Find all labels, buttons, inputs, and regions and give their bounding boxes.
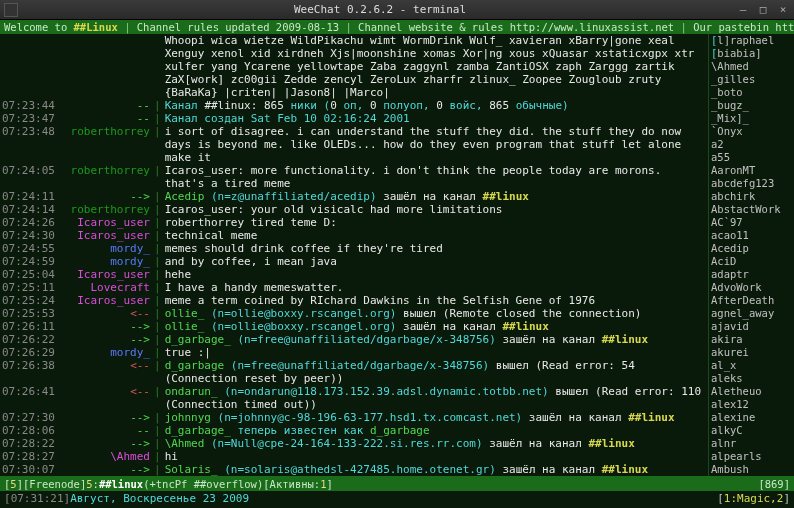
- nicklist-item[interactable]: Ambush: [711, 463, 792, 476]
- timestamp: 07:26:38: [2, 359, 62, 385]
- timestamp: 07:25:53: [2, 307, 62, 320]
- nicklist-item[interactable]: akira: [711, 333, 792, 346]
- timestamp: 07:23:44: [2, 99, 62, 112]
- nicklist-item[interactable]: _bugz_: [711, 99, 792, 112]
- nick: -->: [62, 320, 154, 333]
- nicklist[interactable]: [l]raphael[biabia] \Ahmed _gilles _boto …: [708, 34, 794, 476]
- nicklist-item[interactable]: \Ahmed: [711, 60, 792, 73]
- nicklist-item[interactable]: AdvoWork: [711, 281, 792, 294]
- nicklist-item[interactable]: _boto: [711, 86, 792, 99]
- nicklist-item[interactable]: ajavid: [711, 320, 792, 333]
- message: i sort of disagree. i can understand the…: [165, 125, 706, 164]
- nicklist-item[interactable]: aleks: [711, 372, 792, 385]
- nicklist-item[interactable]: a2: [711, 138, 792, 151]
- chat-line: 07:24:30Icaros_user|technical meme: [2, 229, 706, 242]
- topbar-welcome: Welcome to: [4, 21, 67, 33]
- nicklist-item[interactable]: AciD: [711, 255, 792, 268]
- titlebar: WeeChat 0.2.6.2 - terminal — □ ×: [0, 0, 794, 20]
- nicklist-item[interactable]: `Onyx: [711, 125, 792, 138]
- nicklist-item[interactable]: agnel_away: [711, 307, 792, 320]
- message: meme a term coined by RIchard Dawkins in…: [165, 294, 706, 307]
- input-bar[interactable]: [07:31:21] Август, Воскресенье 23 2009 […: [0, 491, 794, 506]
- timestamp: 07:26:22: [2, 333, 62, 346]
- nick: \Ahmed: [62, 450, 154, 463]
- nick: Icaros_user: [62, 229, 154, 242]
- chat-line: 07:26:22-->|d_garbage_ (n=free@unaffilia…: [2, 333, 706, 346]
- nicklist-item[interactable]: akurei: [711, 346, 792, 359]
- chat-line: 07:24:11-->|Acedip (n=z@unaffiliated/ace…: [2, 190, 706, 203]
- nicklist-item[interactable]: alpearls: [711, 450, 792, 463]
- nicklist-item[interactable]: a55: [711, 151, 792, 164]
- nick: -->: [62, 333, 154, 346]
- message: Icaros_user: your old visicalc had more …: [165, 203, 706, 216]
- nick: <--: [62, 359, 154, 385]
- network-name: Freenode: [29, 478, 80, 490]
- chat-line: 07:26:11-->|ollie_ (n=ollie@boxxy.rscang…: [2, 320, 706, 333]
- message: Канал создан Sat Feb 10 02:16:24 2001: [165, 112, 706, 125]
- chat-line: 07:23:44--|Канал ##linux: 865 ники (0 оп…: [2, 99, 706, 112]
- status-bar: [5] [Freenode] 5: ##linux (+tncPf ##over…: [0, 476, 794, 491]
- timestamp: 07:24:30: [2, 229, 62, 242]
- nicklist-item[interactable]: _gilles: [711, 73, 792, 86]
- nicklist-item[interactable]: [biabia]: [711, 47, 792, 60]
- nick: -->: [62, 190, 154, 203]
- minimize-button[interactable]: —: [736, 3, 750, 17]
- maximize-button[interactable]: □: [756, 3, 770, 17]
- nicklist-item[interactable]: abchirk: [711, 190, 792, 203]
- chat-area[interactable]: Whoopi wica wietze WildPikachu wimt Worm…: [0, 34, 708, 476]
- nick: mordy_: [62, 346, 154, 359]
- timestamp: 07:24:26: [2, 216, 62, 229]
- nick: -->: [62, 463, 154, 476]
- timestamp: 07:28:27: [2, 450, 62, 463]
- nicklist-item[interactable]: abcdefg123: [711, 177, 792, 190]
- chat-line: 07:28:22-->|\Ahmed (n=Null@cpe-24-164-13…: [2, 437, 706, 450]
- timestamp: 07:24:59: [2, 255, 62, 268]
- chat-line: 07:23:47--|Канал создан Sat Feb 10 02:16…: [2, 112, 706, 125]
- message: ollie_ (n=ollie@boxxy.rscangel.org) зашё…: [165, 320, 706, 333]
- timestamp: 07:24:55: [2, 242, 62, 255]
- message: memes should drink coffee if they're tir…: [165, 242, 706, 255]
- nicklist-item[interactable]: alnr: [711, 437, 792, 450]
- channel-modes: +tncPf ##overflow: [149, 478, 256, 490]
- nicklist-item[interactable]: alkyC: [711, 424, 792, 437]
- message: true :|: [165, 346, 706, 359]
- topbar-channel: ##Linux: [74, 21, 118, 33]
- message: johnnyg (n=johnny@c-98-196-63-177.hsd1.t…: [165, 411, 706, 424]
- topbar-rules: Channel rules updated 2009-08-13: [137, 21, 339, 33]
- nick: --: [62, 112, 154, 125]
- nicklist-item[interactable]: _Mix]_: [711, 112, 792, 125]
- message: d_garbage (n=free@unaffiliated/dgarbage/…: [165, 359, 706, 385]
- chat-line: 07:25:53<--|ollie_ (n=ollie@boxxy.rscang…: [2, 307, 706, 320]
- nicklist-item[interactable]: acao11: [711, 229, 792, 242]
- nicklist-item[interactable]: alexine: [711, 411, 792, 424]
- nick: mordy_: [62, 255, 154, 268]
- message: technical meme: [165, 229, 706, 242]
- timestamp: 07:26:11: [2, 320, 62, 333]
- nicklist-item[interactable]: AfterDeath: [711, 294, 792, 307]
- nicklist-item[interactable]: AbstactWork: [711, 203, 792, 216]
- nicklist-item[interactable]: adaptr: [711, 268, 792, 281]
- message: Acedip (n=z@unaffiliated/acedip) зашёл н…: [165, 190, 706, 203]
- nicklist-item[interactable]: AaronMT: [711, 164, 792, 177]
- nick: <--: [62, 307, 154, 320]
- chat-line: 07:24:05roberthorrey|Icaros_user: more f…: [2, 164, 706, 190]
- chat-line: 07:24:14roberthorrey|Icaros_user: your o…: [2, 203, 706, 216]
- nicklist-item[interactable]: AC`97: [711, 216, 792, 229]
- topbar-pastebin: Our pastebin http://: [693, 21, 794, 33]
- timestamp: 07:26:29: [2, 346, 62, 359]
- nicklist-item[interactable]: [l]raphael: [711, 34, 792, 47]
- message: ondarun_ (n=ondarun@118.173.152.39.adsl.…: [165, 385, 706, 411]
- message: ollie_ (n=ollie@boxxy.rscangel.org) выше…: [165, 307, 706, 320]
- nicklist-item[interactable]: al_x: [711, 359, 792, 372]
- nick: roberthorrey: [62, 203, 154, 216]
- timestamp: 07:24:05: [2, 164, 62, 190]
- nicklist-item[interactable]: alex12: [711, 398, 792, 411]
- message: d_garbage_ (n=free@unaffiliated/dgarbage…: [165, 333, 706, 346]
- nicklist-item[interactable]: Aletheuo: [711, 385, 792, 398]
- nicklist-item[interactable]: Acedip: [711, 242, 792, 255]
- close-button[interactable]: ×: [776, 3, 790, 17]
- window-title: WeeChat 0.2.6.2 - terminal: [24, 3, 736, 16]
- timestamp: 07:25:11: [2, 281, 62, 294]
- chat-line: 07:25:24Icaros_user|meme a term coined b…: [2, 294, 706, 307]
- user-count: 869: [765, 478, 784, 490]
